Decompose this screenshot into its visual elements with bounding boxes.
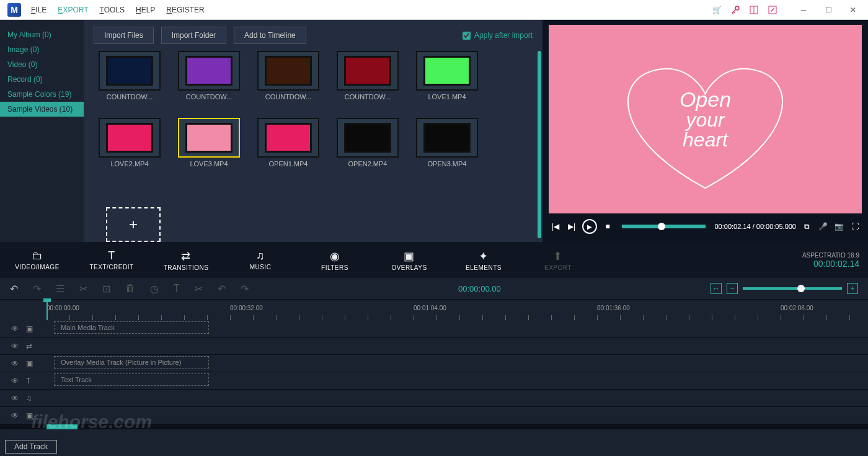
tab-video[interactable]: 🗀VIDEO/IMAGE — [0, 249, 74, 270]
track-row[interactable]: 👁TText Track — [0, 372, 868, 390]
media-toolbar: Import Files Import Folder Add to Timeli… — [84, 20, 542, 51]
time-display: 00:00:02.14 / 00:00:05.000 — [714, 223, 796, 230]
fullscreen-icon[interactable]: ⛶ — [849, 222, 861, 231]
text-button[interactable]: T — [174, 283, 180, 294]
track-row[interactable]: 👁♫ — [0, 390, 868, 407]
visibility-icon[interactable]: 👁 — [11, 411, 19, 420]
sidebar-item-album[interactable]: My Album (0) — [0, 27, 84, 42]
media-item[interactable]: LOVE3.MP4 — [178, 118, 240, 168]
menu-file[interactable]: FILE — [31, 6, 46, 14]
menu-tools[interactable]: TOOLS — [100, 6, 125, 14]
fit-button[interactable]: ↔ — [711, 283, 722, 294]
undo-button[interactable]: ↶ — [10, 283, 18, 295]
menu-help[interactable]: HELP — [136, 6, 155, 14]
speed-button[interactable]: ◷ — [150, 283, 159, 295]
progress-bar[interactable] — [622, 225, 706, 228]
playhead[interactable] — [46, 300, 48, 320]
tab-music[interactable]: ♫MUSIC — [223, 249, 298, 270]
camera-icon[interactable]: 📷 — [833, 222, 844, 231]
media-item[interactable]: COUNTDOW... — [99, 51, 161, 101]
sidebar-item-image[interactable]: Image (0) — [0, 42, 84, 57]
sidebar-item-videos[interactable]: Sample Videos (10) — [0, 102, 84, 117]
sidebar-item-video[interactable]: Video (0) — [0, 57, 84, 72]
titlebar: M FILE EXPORT TOOLS HELP REGISTER 🛒 ─ ☐ … — [0, 0, 868, 20]
preview-viewport[interactable]: Open your heart — [549, 25, 862, 213]
zoom-out-button[interactable]: − — [727, 283, 738, 294]
ruler-tick: 00:01:04.00 — [414, 305, 446, 311]
tab-text[interactable]: TTEXT/CREDIT — [74, 249, 149, 270]
edit-icon[interactable] — [768, 5, 777, 15]
track-placeholder[interactable]: Overlay Media Track (Picture in Picture) — [54, 356, 209, 369]
stop-button[interactable]: ■ — [602, 222, 613, 231]
redo-button[interactable]: ↷ — [33, 283, 41, 295]
media-item[interactable]: COUNTDOW... — [178, 51, 240, 101]
track-row[interactable]: 👁▣Overlay Media Track (Picture in Pictur… — [0, 355, 868, 372]
tab-elements[interactable]: ✦ELEMENTS — [446, 249, 521, 271]
maximize-button[interactable]: ☐ — [816, 1, 841, 19]
track-type-icon: T — [26, 377, 30, 385]
tab-export[interactable]: ⬆EXPORT — [521, 249, 595, 271]
media-item[interactable]: COUNTDOW... — [257, 51, 319, 101]
media-item[interactable]: OPEN2.MP4 — [337, 118, 399, 168]
tab-filters[interactable]: ◉FILTERS — [298, 249, 372, 271]
cut-button[interactable]: ✂ — [79, 283, 87, 295]
track-type-icon: ▣ — [26, 411, 33, 420]
crop2-button[interactable]: ✂ — [195, 283, 203, 295]
apply-checkbox[interactable] — [463, 32, 471, 40]
prev-frame-button[interactable]: |◀ — [550, 222, 561, 231]
visibility-icon[interactable]: 👁 — [11, 359, 19, 368]
sidebar: My Album (0) Image (0) Video (0) Record … — [0, 20, 84, 242]
minimize-button[interactable]: ─ — [791, 1, 816, 19]
delete-button[interactable]: 🗑 — [125, 283, 135, 294]
visibility-icon[interactable]: 👁 — [11, 394, 19, 403]
sidebar-item-colors[interactable]: Sample Colors (19) — [0, 87, 84, 102]
crop-icon[interactable]: ⧉ — [801, 222, 812, 231]
timeline-scrollbar[interactable] — [0, 424, 868, 429]
close-button[interactable]: ✕ — [841, 1, 866, 19]
tab-transitions[interactable]: ⇄TRANSITIONS — [149, 249, 223, 271]
tab-overlays[interactable]: ▣OVERLAYS — [372, 249, 446, 271]
zoom-in-button[interactable]: + — [847, 283, 858, 294]
media-item[interactable]: LOVE2.MP4 — [99, 118, 161, 168]
track-placeholder[interactable]: Text Track — [54, 373, 209, 386]
settings-icon[interactable]: ☰ — [56, 283, 64, 295]
aspect-time: 00:00:02.14 — [802, 259, 859, 269]
track-placeholder[interactable]: Main Media Track — [54, 321, 209, 334]
play-button[interactable]: ▶ — [582, 219, 597, 234]
visibility-icon[interactable]: 👁 — [11, 342, 19, 351]
next-frame-button[interactable]: ▶| — [566, 222, 577, 231]
apply-after-import[interactable]: Apply after import — [463, 31, 533, 40]
zoom-slider[interactable] — [743, 287, 842, 290]
category-tabs: 🗀VIDEO/IMAGE TTEXT/CREDIT ⇄TRANSITIONS ♫… — [0, 242, 868, 278]
timeline-position: 00:00:00.00 — [458, 284, 501, 293]
menu-register[interactable]: REGISTER — [166, 6, 204, 14]
timeline-ruler[interactable]: 00:00:00.0000:00:32.0000:01:04.0000:01:3… — [0, 299, 868, 320]
mic-icon[interactable]: 🎤 — [817, 222, 828, 231]
app-logo: M — [7, 3, 21, 17]
aspect-label: ASPECTRATIO 16:9 — [802, 252, 859, 259]
media-item[interactable]: COUNTDOW... — [337, 51, 399, 101]
sidebar-item-record[interactable]: Record (0) — [0, 72, 84, 87]
media-item[interactable]: OPEN1.MP4 — [257, 118, 319, 168]
media-scrollbar[interactable] — [538, 51, 541, 238]
add-timeline-button[interactable]: Add to Timeline — [234, 27, 306, 44]
cart-icon[interactable]: 🛒 — [712, 5, 722, 15]
visibility-icon[interactable]: 👁 — [11, 324, 19, 333]
add-track-button[interactable]: Add Track — [5, 440, 57, 454]
crop-button[interactable]: ⊡ — [102, 283, 110, 295]
aspect-info: ASPECTRATIO 16:9 00:00:02.14 — [802, 252, 868, 269]
rotate-left-button[interactable]: ↶ — [218, 283, 226, 295]
layout-icon[interactable] — [749, 5, 759, 15]
track-row[interactable]: 👁▣ — [0, 407, 868, 424]
menu-export[interactable]: EXPORT — [58, 6, 88, 14]
media-item[interactable]: OPEN3.MP4 — [416, 118, 478, 168]
visibility-icon[interactable]: 👁 — [11, 377, 19, 385]
track-row[interactable]: 👁▣Main Media Track — [0, 320, 868, 338]
media-item[interactable]: LOVE1.MP4 — [416, 51, 478, 101]
key-icon[interactable] — [730, 5, 740, 15]
track-row[interactable]: 👁⇄ — [0, 338, 868, 355]
add-media-button[interactable]: + — [106, 207, 161, 242]
import-files-button[interactable]: Import Files — [94, 27, 154, 44]
import-folder-button[interactable]: Import Folder — [161, 27, 226, 44]
rotate-right-button[interactable]: ↷ — [241, 283, 249, 295]
